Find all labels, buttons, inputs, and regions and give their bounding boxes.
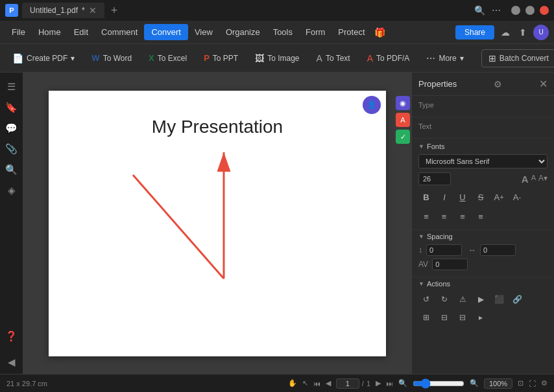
to-ppt-icon: P	[204, 53, 210, 63]
cursor-tool-icon[interactable]: ↖	[302, 379, 308, 387]
menu-tools[interactable]: Tools	[267, 25, 299, 40]
maximize-button[interactable]	[525, 6, 535, 15]
panel-icon-purple[interactable]: ◉	[396, 96, 410, 110]
create-pdf-dropdown-icon[interactable]: ▾	[71, 54, 75, 63]
left-sidebar: ☰ 🔖 💬 📎 🔍 ◈ ❓ ◀	[0, 73, 23, 374]
subscript-button[interactable]: A-	[509, 189, 525, 205]
font-size-input[interactable]	[418, 172, 451, 185]
sidebar-bookmark-icon[interactable]: 🔖	[3, 98, 21, 117]
menu-comment[interactable]: Comment	[95, 25, 144, 40]
font-increase-icon[interactable]: A	[522, 174, 529, 185]
panel-icon-green[interactable]: ✓	[396, 130, 410, 144]
prev-page-first-icon[interactable]: ⏮	[313, 380, 320, 387]
spacing-section-header[interactable]: ▼ Spacing	[412, 230, 554, 240]
prev-page-icon[interactable]: ◀	[326, 379, 331, 387]
menu-organize[interactable]: Organize	[219, 25, 267, 40]
word-spacing-input[interactable]	[432, 259, 468, 270]
action-redo-icon[interactable]: ↻	[437, 292, 452, 307]
settings-icon[interactable]: ⚙	[541, 379, 548, 387]
action-list2-icon[interactable]: ⊟	[437, 310, 452, 325]
gift-icon[interactable]: 🎁	[372, 26, 388, 39]
fonts-arrow-icon: ▼	[418, 143, 424, 150]
more-button[interactable]: ⋯ More ▾	[419, 49, 470, 67]
minimize-button[interactable]	[511, 6, 520, 15]
menu-form[interactable]: Form	[299, 25, 331, 40]
align-right-button[interactable]: ≡	[455, 209, 470, 224]
more-dropdown-icon[interactable]: ▾	[460, 54, 464, 63]
menu-view[interactable]: View	[188, 25, 219, 40]
panel-close-icon[interactable]: ✕	[539, 78, 548, 90]
line-spacing-row: ↕ ↔	[412, 244, 554, 256]
action-undo-icon[interactable]: ↺	[418, 292, 434, 307]
bold-button[interactable]: B	[418, 189, 434, 205]
zoom-in-icon[interactable]: 🔍	[470, 379, 479, 387]
action-cols-icon[interactable]: ⊟	[455, 310, 470, 325]
upload-icon[interactable]: ⬆	[516, 26, 529, 39]
action-play-icon[interactable]: ▶	[473, 292, 488, 307]
align-left-button[interactable]: ≡	[418, 209, 434, 224]
panel-settings-icon[interactable]: ⚙	[494, 79, 502, 89]
underline-button[interactable]: U	[455, 189, 470, 205]
zoom-slider[interactable]	[413, 378, 464, 389]
user-avatar[interactable]: U	[533, 25, 549, 40]
font-color-icon[interactable]: A▾	[538, 174, 548, 185]
search-icon[interactable]: 🔍	[474, 5, 485, 16]
close-button[interactable]	[540, 6, 549, 15]
share-button[interactable]: Share	[455, 25, 494, 40]
menu-home[interactable]: Home	[32, 25, 67, 40]
to-excel-button[interactable]: X To Excel	[141, 49, 194, 67]
menu-convert[interactable]: Convert	[144, 24, 188, 40]
more-options-icon[interactable]: ⋯	[492, 5, 501, 16]
font-name-select[interactable]: Microsoft Sans Serif	[418, 154, 548, 168]
strikethrough-button[interactable]: S	[473, 189, 488, 205]
sidebar-attach-icon[interactable]: 📎	[3, 140, 21, 158]
align-justify-button[interactable]: ≡	[473, 209, 488, 224]
menu-file[interactable]: File	[5, 25, 32, 40]
font-decrease-icon[interactable]: A	[531, 174, 536, 185]
action-warning-icon[interactable]: ⚠	[455, 292, 470, 307]
fonts-section-header[interactable]: ▼ Fonts	[418, 143, 548, 150]
superscript-button[interactable]: A+	[491, 189, 507, 205]
hand-tool-icon[interactable]: ✋	[288, 379, 297, 387]
fonts-label: Fonts	[427, 143, 445, 150]
next-page-last-icon[interactable]: ⏭	[386, 380, 393, 387]
line-spacing-input[interactable]	[426, 244, 462, 256]
sidebar-help-icon[interactable]: ❓	[3, 327, 21, 345]
fit-page-icon[interactable]: ⊡	[518, 379, 524, 387]
to-pdfa-button[interactable]: A To PDF/A	[360, 49, 417, 67]
italic-button[interactable]: I	[437, 189, 452, 205]
actions-section-header[interactable]: ▼ Actions	[412, 277, 554, 288]
sidebar-search-icon[interactable]: 🔍	[3, 161, 21, 179]
to-image-button[interactable]: 🖼 To Image	[248, 49, 306, 67]
sidebar-pages-icon[interactable]: ☰	[3, 78, 21, 96]
fullscreen-icon[interactable]: ⛶	[529, 380, 536, 387]
action-stop-icon[interactable]: ⬛	[491, 292, 507, 307]
tab-close-icon[interactable]: ✕	[89, 5, 97, 16]
char-spacing-input[interactable]	[480, 244, 516, 256]
zoom-out-icon[interactable]: 🔍	[398, 379, 407, 387]
menu-protect[interactable]: Protect	[331, 25, 371, 40]
action-expand-icon[interactable]: ▸	[473, 310, 488, 325]
sidebar-layers-icon[interactable]: ◈	[3, 181, 21, 200]
app-tab[interactable]: Untitled_1.pdf * ✕	[22, 3, 104, 18]
spacing-arrow-icon: ▼	[418, 233, 424, 240]
to-text-button[interactable]: A To Text	[309, 49, 357, 67]
word-spacing-row: AV	[412, 259, 554, 270]
action-list1-icon[interactable]: ⊞	[418, 310, 434, 325]
sidebar-expand-icon[interactable]: ◀	[3, 353, 21, 371]
to-word-icon: W	[91, 53, 99, 63]
cloud-icon[interactable]: ☁	[498, 26, 512, 39]
panel-icon-red[interactable]: A	[396, 113, 410, 127]
create-pdf-button[interactable]: 📄 Create PDF ▾	[5, 49, 82, 67]
current-page-input[interactable]	[336, 378, 359, 389]
to-word-button[interactable]: W To Word	[84, 49, 139, 67]
zoom-level-input[interactable]	[484, 378, 512, 389]
next-page-icon[interactable]: ▶	[376, 379, 381, 387]
new-tab-icon[interactable]: +	[111, 4, 118, 17]
sidebar-comment-icon[interactable]: 💬	[3, 119, 21, 137]
menu-edit[interactable]: Edit	[67, 25, 95, 40]
to-ppt-button[interactable]: P To PPT	[197, 49, 245, 67]
action-link-icon[interactable]: 🔗	[509, 292, 525, 307]
align-center-button[interactable]: ≡	[437, 209, 452, 224]
batch-convert-button[interactable]: ⊞ Batch Convert	[481, 49, 554, 67]
